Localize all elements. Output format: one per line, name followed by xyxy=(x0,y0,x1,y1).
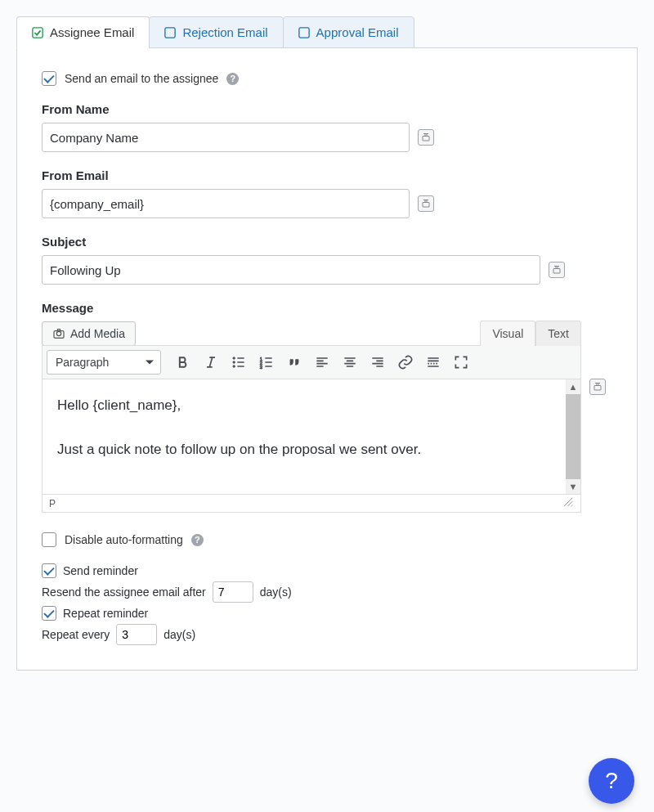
add-media-button[interactable]: Add Media xyxy=(42,321,136,346)
message-editor: Paragraph 123 xyxy=(42,345,581,513)
merge-tag-button[interactable] xyxy=(418,129,434,146)
svg-point-10 xyxy=(233,366,235,368)
resend-days-input[interactable] xyxy=(213,581,253,603)
send-email-label: Send an email to the assignee xyxy=(65,72,218,85)
add-media-label: Add Media xyxy=(70,327,125,340)
svg-point-8 xyxy=(233,357,235,360)
svg-rect-5 xyxy=(553,269,560,274)
disable-autoformat-label: Disable auto-formatting xyxy=(65,533,183,546)
tab-rejection-email[interactable]: Rejection Email xyxy=(149,16,283,48)
from-name-group: From Name xyxy=(42,102,612,152)
link-button[interactable] xyxy=(393,350,418,375)
bullet-list-button[interactable] xyxy=(226,350,251,375)
read-more-button[interactable] xyxy=(421,350,446,375)
email-settings-panel: Send an email to the assignee ? From Nam… xyxy=(16,47,638,671)
message-label: Message xyxy=(42,301,612,315)
format-select[interactable]: Paragraph xyxy=(47,350,161,375)
bold-button[interactable] xyxy=(171,350,195,375)
repeat-suffix: day(s) xyxy=(164,628,195,641)
fullscreen-button[interactable] xyxy=(449,350,473,375)
align-left-button[interactable] xyxy=(310,350,334,375)
align-right-button[interactable] xyxy=(365,350,390,375)
svg-rect-0 xyxy=(33,27,43,37)
quote-button[interactable] xyxy=(282,350,307,375)
svg-rect-14 xyxy=(594,386,601,391)
tab-label: Assignee Email xyxy=(50,25,134,39)
from-email-group: From Email xyxy=(42,168,612,218)
help-icon[interactable]: ? xyxy=(191,534,204,546)
resize-grip-icon[interactable] xyxy=(562,496,574,510)
from-name-label: From Name xyxy=(42,102,612,116)
editor-content[interactable]: Hello {client_name}, Just a quick note t… xyxy=(43,379,566,494)
svg-point-9 xyxy=(233,361,235,364)
from-email-label: From Email xyxy=(42,168,612,182)
checkmark-icon xyxy=(32,27,43,38)
subject-label: Subject xyxy=(42,235,612,249)
repeat-reminder-label: Repeat reminder xyxy=(63,607,148,620)
svg-text:3: 3 xyxy=(260,365,262,370)
svg-rect-2 xyxy=(298,27,308,37)
scroll-up-icon[interactable]: ▲ xyxy=(566,379,580,394)
svg-rect-7 xyxy=(54,331,64,339)
send-email-row: Send an email to the assignee ? xyxy=(42,71,612,86)
svg-rect-1 xyxy=(165,27,175,37)
from-email-input[interactable] xyxy=(42,189,410,218)
svg-point-6 xyxy=(56,331,60,335)
disable-autoformat-checkbox[interactable] xyxy=(42,532,56,547)
resend-suffix: day(s) xyxy=(260,585,292,599)
message-group: Message Add Media Visual Text Paragraph xyxy=(42,301,612,513)
repeat-reminder-checkbox[interactable] xyxy=(42,606,56,621)
number-list-button[interactable]: 123 xyxy=(254,350,279,375)
subject-group: Subject xyxy=(42,235,612,285)
send-email-checkbox[interactable] xyxy=(42,71,56,86)
camera-icon xyxy=(52,327,65,340)
svg-rect-4 xyxy=(423,203,429,208)
disable-autoformat-row: Disable auto-formatting ? xyxy=(42,532,612,547)
from-name-input[interactable] xyxy=(42,123,410,152)
reminder-section: Send reminder Resend the assignee email … xyxy=(42,563,612,645)
scroll-down-icon[interactable]: ▼ xyxy=(566,479,580,494)
editor-line: Just a quick note to follow up on the pr… xyxy=(57,438,551,460)
merge-tag-button[interactable] xyxy=(549,262,565,278)
help-icon[interactable]: ? xyxy=(226,73,239,85)
editor-line: Hello {client_name}, xyxy=(57,394,551,416)
send-reminder-checkbox[interactable] xyxy=(42,563,56,578)
merge-tag-button[interactable] xyxy=(418,195,434,212)
merge-tag-button[interactable] xyxy=(589,379,606,395)
editor-path: P xyxy=(49,498,56,509)
align-center-button[interactable] xyxy=(338,350,362,375)
repeat-prefix: Repeat every xyxy=(42,628,110,641)
tab-approval-email[interactable]: Approval Email xyxy=(283,16,414,48)
repeat-days-input[interactable] xyxy=(116,624,157,645)
email-tabs: Assignee Email Rejection Email Approval … xyxy=(16,16,638,48)
tab-label: Approval Email xyxy=(316,25,399,39)
send-reminder-label: Send reminder xyxy=(63,564,138,577)
tab-label: Rejection Email xyxy=(182,25,267,39)
tab-assignee-email[interactable]: Assignee Email xyxy=(16,16,150,48)
italic-button[interactable] xyxy=(199,350,223,375)
checkbox-empty-icon xyxy=(164,27,176,38)
scroll-thumb[interactable] xyxy=(566,394,580,479)
editor-scrollbar[interactable]: ▲ ▼ xyxy=(566,379,580,494)
visual-tab[interactable]: Visual xyxy=(480,321,535,346)
checkbox-empty-icon xyxy=(298,27,310,38)
editor-status-bar: P xyxy=(43,494,580,512)
editor-toolbar: Paragraph 123 xyxy=(43,346,580,379)
resend-prefix: Resend the assignee email after xyxy=(42,585,206,599)
svg-rect-3 xyxy=(423,137,429,141)
subject-input[interactable] xyxy=(42,255,540,285)
text-tab[interactable]: Text xyxy=(535,321,581,346)
